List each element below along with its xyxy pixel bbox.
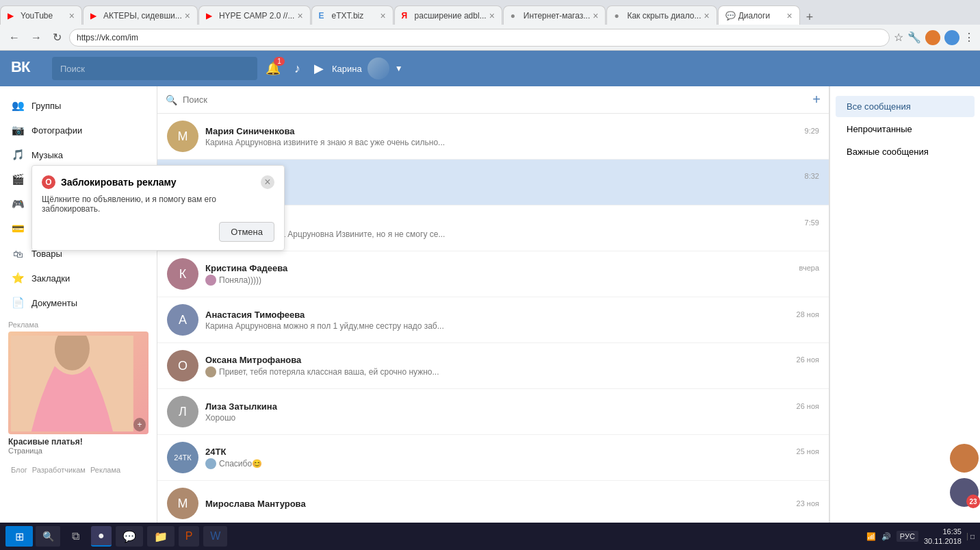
sidebar-item-groups[interactable]: 👥 Группы	[0, 93, 157, 118]
taskbar-app-word[interactable]: W	[203, 526, 227, 547]
vk-search-input[interactable]	[52, 57, 257, 80]
footer-link-blog[interactable]: Блог	[11, 466, 27, 474]
sidebar-label-docs: Документы	[31, 298, 77, 308]
tab-close-yandex[interactable]: ×	[489, 10, 495, 21]
conv-header-lara: Лара Аршакян 8:32	[205, 171, 819, 182]
taskbar-clock[interactable]: 16:35 30.11.2018	[924, 527, 962, 547]
tab-actors[interactable]: ▶ АКТЕРЫ, сидевши... ×	[83, 5, 198, 25]
address-input[interactable]	[69, 29, 890, 47]
conv-preview-text-oksana: Привет, тебя потеряла классная ваша, ей …	[219, 367, 439, 377]
browser-profile-icon2[interactable]	[944, 30, 959, 45]
vk-user-area[interactable]: Карина ▼	[332, 58, 403, 79]
footer-link-ad[interactable]: Реклама	[90, 466, 120, 474]
tab-close-internet[interactable]: ×	[593, 10, 598, 21]
goods-icon: 🛍	[11, 247, 25, 260]
conv-name-anastasia: Анастасия Тимофеева	[205, 310, 305, 320]
sidebar-label-music: Музыка	[31, 150, 63, 160]
back-button[interactable]: ←	[5, 30, 23, 45]
taskbar-app-powerpoint[interactable]: P	[179, 526, 200, 547]
conv-preview-maria: Карина Арцруновна извините я знаю я вас …	[205, 138, 819, 147]
conv-name-miroslava: Мирослава Мантурова	[205, 499, 306, 509]
conversation-24tk[interactable]: 24ТК 24ТК 25 ноя Спасибо😊	[157, 435, 829, 481]
sidebar-item-photos[interactable]: 📷 Фотографии	[0, 118, 157, 142]
conversation-anastasia[interactable]: А Анастасия Тимофеева 28 ноя Карина Арцр…	[157, 297, 829, 343]
conv-content-anastasia: Анастасия Тимофеева 28 ноя Карина Арцрун…	[205, 310, 819, 331]
tab-close-actors[interactable]: ×	[185, 10, 190, 21]
tab-yandex[interactable]: Я расширение adbl... ×	[394, 5, 502, 25]
bookmark-button[interactable]: ☆	[894, 31, 903, 44]
extensions-button[interactable]: 🔧	[907, 31, 921, 44]
tab-title-youtube: YouTube	[21, 11, 66, 21]
sidebar-item-docs[interactable]: 📄 Документы	[0, 290, 157, 315]
floating-badge: 23	[966, 495, 980, 508]
conversation-miroslava[interactable]: М Мирослава Мантурова 23 ноя	[157, 481, 829, 523]
music-icon[interactable]: ♪	[294, 62, 300, 76]
floating-avatar-2[interactable]: 23	[949, 477, 980, 508]
youtube-favicon: ▶	[8, 11, 17, 21]
browser-profile-icon[interactable]	[925, 30, 940, 45]
messages-add-button[interactable]: +	[812, 92, 821, 108]
ad-popup-close-button[interactable]: ×	[261, 175, 274, 189]
right-panel-important[interactable]: Важные сообщения	[836, 141, 975, 162]
conv-header-24tk: 24ТК 25 ноя	[205, 447, 819, 457]
conv-mini-avatar-oksana	[205, 366, 216, 377]
sidebar-ad-image[interactable]: +	[8, 332, 149, 434]
conv-preview-text-24tk: Спасибо😊	[219, 459, 262, 468]
right-panel-unread[interactable]: Непрочитанные	[836, 118, 975, 140]
video-header-icon[interactable]: ▶	[314, 61, 324, 76]
conv-time-liza: 26 ноя	[797, 402, 819, 410]
language-indicator[interactable]: РУС	[897, 531, 918, 542]
tab-close-hide[interactable]: ×	[704, 10, 710, 21]
vk-username: Карина	[332, 64, 362, 74]
tab-close-hype[interactable]: ×	[297, 10, 302, 21]
floating-avatar-1[interactable]	[949, 442, 980, 474]
menu-button[interactable]: ⋮	[964, 31, 975, 44]
ad-popup-cancel-button[interactable]: Отмена	[219, 222, 274, 242]
taskbar-search-button[interactable]: 🔍	[36, 526, 60, 547]
vk-main: 👥 Группы 📷 Фотографии 🎵 Музыка 🎬 Видео 🎮…	[0, 86, 980, 523]
conv-content-lara: Лара Аршакян 8:32 Аааа, понятно	[205, 171, 819, 194]
user-dropdown-arrow[interactable]: ▼	[395, 64, 403, 73]
conv-header-liza: Лиза Затылкина 26 ноя	[205, 401, 819, 412]
sidebar-item-music[interactable]: 🎵 Музыка	[0, 142, 157, 167]
conv-time-oksana: 26 ноя	[797, 355, 819, 364]
messages-search-icon: 🔍	[166, 95, 177, 105]
messages-search-bar: 🔍 +	[157, 86, 829, 114]
conv-content-oksana: Оксана Митрофанова 26 ноя Привет, тебя п…	[205, 355, 819, 377]
tab-dialogi[interactable]: 💬 Диалоги ×	[718, 5, 800, 25]
show-desktop-button[interactable]: □	[967, 533, 975, 540]
conversation-maria[interactable]: М Мария Синиченкова 9:29 Карина Арцрунов…	[157, 114, 829, 160]
tab-hype[interactable]: ▶ HYPE CAMP 2.0 //... ×	[198, 5, 311, 25]
tab-etxt[interactable]: E eTXT.biz ×	[311, 5, 394, 25]
conv-preview-text-maria: Карина Арцруновна извините я знаю я вас …	[205, 138, 445, 147]
taskbar-app-files[interactable]: 📁	[147, 526, 175, 547]
conversation-liza[interactable]: Л Лиза Затылкина 26 ноя Хорошо	[157, 389, 829, 435]
new-tab-button[interactable]: +	[801, 10, 819, 25]
notifications-icon[interactable]: 🔔 1	[266, 61, 281, 76]
conv-preview-text-anastasia: Карина Арцруновна можно я пол 1 уйду,мне…	[205, 321, 444, 331]
tab-hide[interactable]: ● Как скрыть диало... ×	[606, 5, 717, 25]
sidebar-ad-plus[interactable]: +	[133, 418, 146, 432]
tab-youtube[interactable]: ▶ YouTube ×	[0, 5, 82, 25]
tab-close-etxt[interactable]: ×	[380, 10, 385, 21]
svg-text:ВК: ВК	[11, 58, 31, 75]
tab-internet[interactable]: ● Интернет-магаз... ×	[503, 5, 606, 25]
conv-time-24tk: 25 ноя	[797, 447, 819, 455]
conversation-oksana[interactable]: О Оксана Митрофанова 26 ноя Привет, тебя…	[157, 343, 829, 389]
forward-button[interactable]: →	[27, 30, 45, 45]
tab-close-dialogi[interactable]: ×	[787, 10, 792, 21]
taskbar-app-chrome[interactable]: ●	[91, 526, 112, 547]
right-panel-all-messages[interactable]: Все сообщения	[836, 96, 975, 117]
start-button[interactable]: ⊞	[5, 526, 33, 547]
taskbar-task-view[interactable]: ⧉	[63, 526, 88, 547]
chrome-icon: ●	[98, 529, 105, 542]
taskbar-app-messenger[interactable]: 💬	[116, 526, 143, 547]
refresh-button[interactable]: ↻	[49, 29, 65, 45]
tab-close-youtube[interactable]: ×	[69, 10, 75, 21]
footer-link-dev[interactable]: Разработчикам	[32, 466, 86, 474]
vk-app: ВК 🔔 1 ♪ ▶ Карина ▼ 👥 Группы 📷	[0, 51, 980, 523]
games-icon: 🎮	[11, 197, 25, 211]
messages-search-input[interactable]	[183, 95, 807, 105]
conversation-kristina[interactable]: К Кристина Фадеева вчера Поняла)))))	[157, 251, 829, 297]
sidebar-item-bookmarks[interactable]: ⭐ Закладки	[0, 266, 157, 290]
